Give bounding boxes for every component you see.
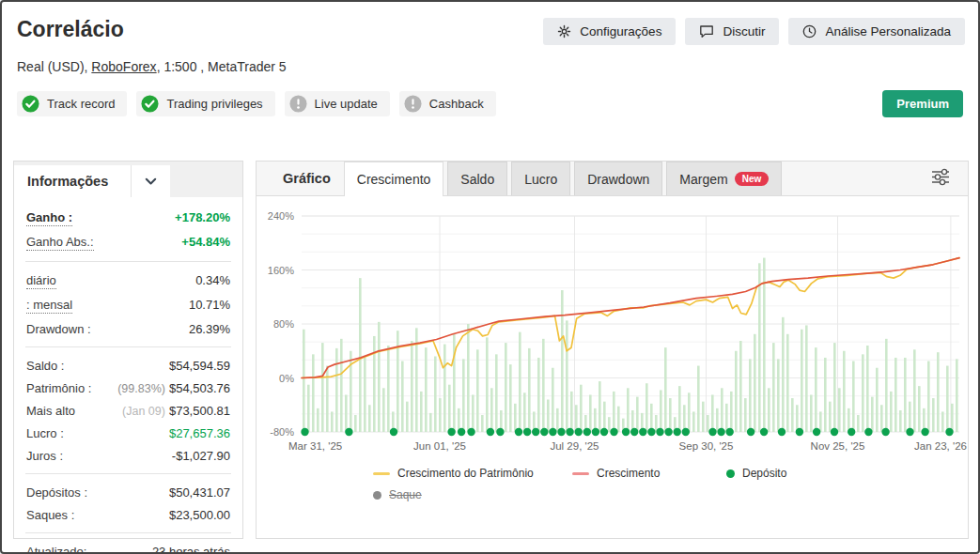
chart-legend: Crescimento do PatrimônioCrescimentoDepó… [373,467,968,501]
daily-bar [528,348,531,432]
daily-bar [655,415,658,432]
y-tick-label: 80% [273,318,294,330]
daily-bar [688,392,691,432]
tab-lucro[interactable]: Lucro [511,162,570,195]
deposit-dot [610,428,617,436]
sidebar-header: Informações [14,162,242,197]
daily-bar [495,354,498,432]
deposit-dot [831,428,838,436]
badge-label: Live update [315,97,378,111]
daily-bar [443,345,446,432]
account-platform: , 1:500 , MetaTrader 5 [157,59,287,74]
daily-bar [312,354,315,432]
deposit-dot [726,428,734,436]
info-dropdown[interactable]: Informações [14,165,170,197]
daily-bar [786,334,789,432]
stat-value: 23 horas atrás [152,545,230,554]
daily-bar [871,397,874,432]
legend-line-swatch [572,472,589,475]
daily-bar [829,402,832,432]
legend-label: Depósito [742,467,786,480]
header-actions: ConfiguraçõesDiscutirAnálise Personaliza… [543,15,965,45]
stat-row: : mensal10.71% [14,293,242,317]
daily-bar [490,388,493,432]
legend-label: Crescimento do Patrimônio [397,467,534,480]
stat-row: Patrimônio :(99.83%)$54,503.76 [14,377,242,399]
verification-badges: Track recordTrading privilegesLive updat… [17,90,965,117]
tab-gr-fico[interactable]: Gráfico [270,162,344,195]
daily-bar [406,402,409,432]
daily-bar [425,347,428,432]
deposit-dot [467,428,474,436]
premium-button[interactable]: Premium [882,90,963,117]
daily-bar [862,354,864,432]
daily-bar [599,381,601,432]
daily-bar [956,359,958,432]
daily-bar [556,408,559,432]
stat-row: Ganho Abs.:+54.84% [14,230,242,254]
daily-bar [359,278,362,432]
legend-item-dep-sito[interactable]: Depósito [726,467,786,480]
discutir-button[interactable]: Discutir [685,18,779,45]
daily-bar [937,352,940,432]
daily-bar [697,366,700,432]
tab-crescimento[interactable]: Crescimento [344,162,444,196]
daily-bar [368,405,371,432]
daily-bar [378,322,381,432]
deposit-dot [301,428,308,436]
deposit-dot [796,428,803,436]
daily-bar [857,415,860,432]
daily-bar [561,290,564,432]
legend-item-saque[interactable]: Saque [373,488,422,501]
deposit-dot [881,428,889,436]
account-subtitle: Real (USD), RoboForex, 1:500 , MetaTrade… [17,59,965,74]
legend-item-crescimento[interactable]: Crescimento [572,467,726,480]
new-badge: New [735,172,770,186]
x-axis-label: Jul 29, '25 [550,440,599,452]
tab-saldo[interactable]: Saldo [447,162,507,195]
daily-bar [575,405,578,432]
badge-track-record: Track record [17,91,127,116]
deposit-dot [747,428,754,436]
button-label: Configurações [580,24,661,38]
sliders-icon[interactable] [926,164,956,192]
deposit-dot [708,428,716,436]
daily-bar [721,388,723,432]
chevron-down-icon[interactable] [131,165,170,197]
deposit-dot [487,428,494,436]
an-lise-personalizada-button[interactable]: Análise Personalizada [788,18,965,45]
daily-bar [364,358,366,432]
stat-label: Ganho : [26,210,72,226]
daily-bar [453,334,456,432]
tab-margem[interactable]: MargemNew [666,162,782,195]
stat-label: : mensal [26,298,72,314]
daily-bar [749,359,752,432]
stat-label: Saldo : [26,359,64,373]
daily-bar [411,341,413,432]
chart-panel: GráficoCrescimentoSaldoLucroDrawdownMarg… [256,161,969,539]
daily-bar [664,347,667,432]
daily-bar [946,366,949,432]
daily-bar [331,411,334,432]
deposit-dot [760,428,768,436]
info-sidebar: Informações Ganho :+178.20%Ganho Abs.:+5… [13,161,243,539]
broker-link[interactable]: RoboForex [91,59,156,74]
stat-row: Drawdown :26.39% [14,317,242,340]
stat-value: (Jan 09)$73,500.81 [122,404,230,418]
tab-drawdown[interactable]: Drawdown [574,162,662,195]
daily-bar [617,407,620,432]
deposit-dot [664,428,672,436]
check-circle-icon [22,95,39,113]
deposit-dot [717,428,724,436]
daily-bar [566,320,568,432]
daily-bar [636,397,639,432]
deposit-dot [532,428,539,436]
badge-label: Trading privileges [166,97,262,111]
legend-dot-swatch [373,491,381,500]
x-axis-label: Mar 31, '25 [288,440,342,452]
legend-item-crescimento-do-patrim-nio[interactable]: Crescimento do Patrimônio [373,467,572,480]
badge-live-update: Live update [285,91,390,116]
configura-es-button[interactable]: Configurações [543,18,676,45]
daily-bar [345,394,348,432]
daily-bar [848,408,850,432]
